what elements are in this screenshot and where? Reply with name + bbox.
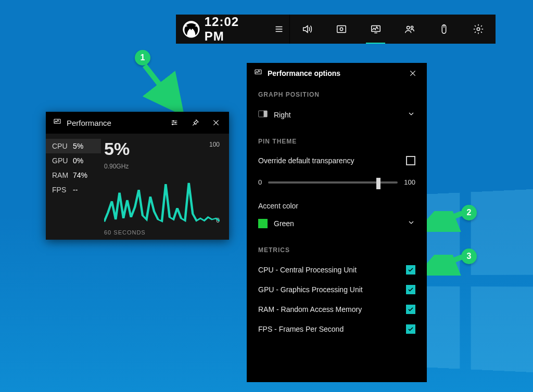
metric-fps-checkbox[interactable] [406, 324, 415, 334]
metric-cpu-row[interactable]: CPU - Central Processing Unit [258, 260, 415, 280]
pin-button[interactable] [187, 115, 203, 130]
graph-position-value: Right [274, 111, 291, 119]
options-close-button[interactable] [405, 66, 421, 81]
gamebar-time: 12:02 PM [201, 15, 269, 44]
social-icon[interactable] [392, 15, 427, 44]
slider-thumb[interactable] [376, 178, 380, 189]
chevron-down-icon [407, 110, 415, 120]
x-axis-label: 60 SECONDS [104, 229, 146, 236]
svg-rect-17 [264, 111, 268, 117]
annotation-arrow-2 [421, 211, 467, 232]
options-title-icon [254, 68, 262, 79]
close-button[interactable] [208, 115, 224, 130]
metric-list: CPU 5% GPU 0% RAM 74% FPS -- [46, 134, 101, 240]
metric-cpu-checkbox[interactable] [406, 265, 415, 275]
metrics-checklist: CPU - Central Processing Unit GPU - Grap… [258, 260, 415, 339]
metric-ram-row[interactable]: RAM - Random Access Memory [258, 299, 415, 319]
annotation-badge-3: 3 [461, 249, 477, 264]
svg-point-7 [477, 28, 480, 31]
big-metric-value: 5% [104, 140, 220, 158]
options-title: Performance options [268, 69, 400, 77]
y-axis-max: 100 [209, 141, 220, 148]
accent-color-label: Accent color [258, 202, 415, 210]
metrics-label: METRICS [258, 246, 415, 254]
override-transparency-row[interactable]: Override default transparency [258, 151, 415, 170]
gamebar: 12:02 PM [176, 15, 496, 44]
svg-line-8 [145, 66, 178, 108]
xbox-icon [176, 19, 201, 40]
accent-color-dropdown[interactable]: Green [258, 213, 415, 234]
metric-row-fps[interactable]: FPS -- [46, 182, 101, 197]
accent-color-value: Green [274, 219, 294, 228]
settings-icon[interactable] [461, 15, 496, 44]
accent-color-swatch [258, 219, 268, 228]
slider-track[interactable] [268, 181, 398, 184]
mouse-icon[interactable] [427, 15, 461, 44]
slider-max: 100 [404, 178, 415, 186]
metric-fps-row[interactable]: FPS - Frames Per Second [258, 319, 415, 339]
graph-position-icon [258, 110, 268, 120]
svg-point-2 [340, 28, 343, 31]
performance-settings-button[interactable] [167, 115, 182, 130]
annotation-badge-2: 2 [461, 205, 477, 220]
svg-rect-1 [337, 26, 346, 33]
svg-point-5 [411, 26, 413, 28]
annotation-badge-1: 1 [135, 50, 150, 66]
override-transparency-checkbox[interactable] [406, 156, 415, 165]
metric-row-gpu[interactable]: GPU 0% [46, 153, 101, 168]
override-transparency-label: Override default transparency [258, 156, 354, 165]
annotation-arrow-3 [421, 255, 467, 276]
svg-line-9 [426, 213, 462, 228]
metric-ram-checkbox[interactable] [406, 305, 415, 314]
performance-title-icon [53, 117, 61, 128]
cpu-chart [104, 167, 220, 224]
metric-row-cpu[interactable]: CPU 5% [46, 139, 101, 153]
slider-min: 0 [258, 178, 262, 186]
annotation-arrow-1 [141, 60, 187, 112]
metric-gpu-row[interactable]: GPU - Graphics Processing Unit [258, 280, 415, 299]
svg-point-14 [172, 124, 173, 125]
svg-point-4 [407, 27, 410, 30]
svg-point-12 [173, 120, 174, 122]
pin-theme-label: PIN THEME [258, 138, 415, 145]
performance-titlebar: Performance [46, 112, 229, 134]
performance-options-panel: Performance options GRAPH POSITION Right… [247, 63, 427, 382]
chevron-down-icon [407, 218, 415, 229]
svg-point-13 [175, 122, 176, 124]
options-titlebar: Performance options [247, 63, 427, 84]
performance-widget: Performance CPU 5% GPU 0% RAM 74% [46, 112, 229, 240]
graph-position-label: GRAPH POSITION [258, 91, 415, 98]
svg-line-10 [426, 257, 462, 271]
graph-position-dropdown[interactable]: Right [258, 104, 415, 125]
capture-icon[interactable] [324, 15, 359, 44]
metric-gpu-checkbox[interactable] [406, 285, 415, 294]
metric-row-ram[interactable]: RAM 74% [46, 168, 101, 182]
performance-title: Performance [67, 119, 161, 127]
audio-icon[interactable] [290, 15, 324, 44]
widgets-list-icon[interactable] [268, 15, 289, 44]
performance-icon[interactable] [359, 15, 393, 44]
transparency-slider[interactable]: 0 100 [258, 178, 415, 186]
